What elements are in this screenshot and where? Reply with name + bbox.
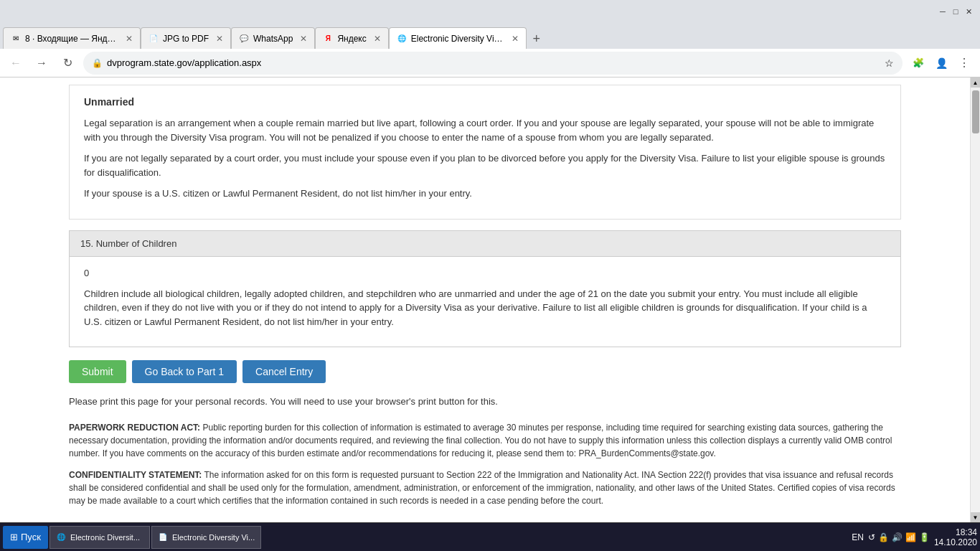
submit-button[interactable]: Submit [69, 360, 126, 383]
back-to-part1-button[interactable]: Go Back to Part 1 [132, 360, 237, 383]
scrollbar-thumb[interactable] [972, 90, 979, 133]
tab-whatsapp[interactable]: 💬 WhatsApp ✕ [231, 27, 315, 49]
tab-pdf-favicon: 📄 [149, 34, 159, 44]
taskbar-item-dv2-label: Electronic Diversity Vi... [172, 533, 255, 542]
new-tab-button[interactable]: + [527, 29, 547, 49]
tab-email[interactable]: ✉ 8 · Входящие — Яндекс.Почта ✕ [3, 27, 141, 49]
tab-dv-label: Electronic Diversity Visa Program [411, 34, 504, 44]
tab-yandex[interactable]: Я Яндекс ✕ [315, 27, 388, 49]
tab-email-favicon: ✉ [11, 34, 21, 44]
marital-title: Unmarried [84, 96, 886, 108]
forward-button[interactable]: → [32, 53, 52, 73]
children-header-text: 15. Number of Children [80, 238, 176, 249]
start-label: Пуск [21, 532, 41, 542]
windows-icon: ⊞ [10, 532, 18, 542]
close-button[interactable]: ✕ [963, 6, 974, 17]
tab-pdf-label: JPG to PDF [163, 34, 209, 44]
taskbar-item-dv2-icon: 📄 [158, 532, 168, 542]
children-section: 15. Number of Children 0 Children includ… [69, 230, 901, 348]
children-info-text: Children include all biological children… [84, 287, 886, 329]
tab-dv-program[interactable]: 🌐 Electronic Diversity Visa Program ✕ [389, 27, 527, 49]
profile-button[interactable]: 👤 [931, 53, 951, 73]
paperwork-reduction-text: PAPERWORK REDUCTION ACT: Public reportin… [69, 421, 901, 460]
confidentiality-label: CONFIDENTIALITY STATEMENT: [69, 470, 202, 480]
taskbar-item-dv1[interactable]: 🌐 Electronic Diversit... [50, 526, 150, 549]
scroll-up-button[interactable]: ▲ [971, 77, 981, 88]
taskbar-date-value: 14.10.2020 [934, 537, 977, 547]
taskbar-time: 18:34 14.10.2020 [934, 527, 977, 547]
taskbar-icon1: ↺ [868, 532, 875, 542]
extensions-button[interactable]: 🧩 [908, 53, 928, 73]
tab-yandex-favicon: Я [323, 34, 333, 44]
back-button[interactable]: ← [6, 53, 26, 73]
minimize-button[interactable]: ─ [937, 6, 948, 17]
confidentiality-text: CONFIDENTIALITY STATEMENT: The informati… [69, 468, 901, 507]
cancel-entry-button[interactable]: Cancel Entry [242, 360, 326, 383]
taskbar-icon3: 🔊 [892, 532, 903, 542]
taskbar-icon2: 🔒 [878, 532, 889, 542]
tab-yandex-close[interactable]: ✕ [374, 34, 381, 44]
taskbar-icon4: 📶 [905, 532, 916, 542]
taskbar-right: EN ↺ 🔒 🔊 📶 🔋 18:34 14.10.2020 [852, 527, 977, 547]
page-content: Unmarried Legal separation is an arrange… [0, 77, 970, 522]
scroll-down-button[interactable]: ▼ [971, 512, 981, 522]
legal-sep-text-3: If your spouse is a U.S. citizen or Lawf… [84, 187, 886, 201]
nav-bar: ← → ↻ 🔒 ☆ 🧩 👤 ⋮ [0, 49, 980, 77]
taskbar-system-icons: ↺ 🔒 🔊 📶 🔋 [868, 532, 930, 542]
tab-whatsapp-close[interactable]: ✕ [300, 34, 307, 44]
tab-dv-favicon: 🌐 [397, 34, 407, 44]
start-button[interactable]: ⊞ Пуск [3, 526, 48, 549]
taskbar-lang: EN [852, 532, 864, 542]
tab-whatsapp-label: WhatsApp [253, 34, 293, 44]
tab-email-label: 8 · Входящие — Яндекс.Почта [25, 34, 118, 44]
taskbar-icon5: 🔋 [919, 532, 930, 542]
address-input[interactable] [107, 57, 880, 68]
print-note: Please print this page for your personal… [69, 396, 901, 407]
scrollbar[interactable]: ▲ ▼ [970, 77, 980, 522]
address-bar-icons: ☆ [885, 57, 894, 69]
marital-status-section: Unmarried Legal separation is an arrange… [69, 85, 901, 220]
taskbar-time-value: 18:34 [934, 527, 977, 537]
browser-actions: 🧩 👤 ⋮ [908, 53, 974, 73]
taskbar-item-dv2[interactable]: 📄 Electronic Diversity Vi... [151, 526, 261, 549]
tab-yandex-label: Яндекс [337, 34, 366, 44]
taskbar-item-dv1-icon: 🌐 [56, 532, 66, 542]
lock-icon: 🔒 [92, 58, 103, 68]
taskbar-item-dv1-label: Electronic Diversit... [70, 533, 140, 542]
tab-dv-close[interactable]: ✕ [512, 34, 519, 44]
taskbar: ⊞ Пуск 🌐 Electronic Diversit... 📄 Electr… [0, 522, 980, 551]
star-icon[interactable]: ☆ [885, 57, 894, 69]
paperwork-label: PAPERWORK REDUCTION ACT: [69, 423, 200, 433]
children-count-value: 0 [84, 268, 886, 278]
tab-pdf[interactable]: 📄 JPG to PDF ✕ [141, 27, 231, 49]
tab-pdf-close[interactable]: ✕ [216, 34, 223, 44]
tab-whatsapp-favicon: 💬 [239, 34, 249, 44]
menu-button[interactable]: ⋮ [954, 53, 974, 73]
refresh-button[interactable]: ↻ [57, 53, 77, 73]
tab-email-close[interactable]: ✕ [126, 34, 133, 44]
legal-sep-text-2: If you are not legally separated by a co… [84, 151, 886, 179]
maximize-button[interactable]: □ [950, 6, 961, 17]
children-section-body: 0 Children include all biological childr… [70, 257, 900, 347]
legal-sep-text-1: Legal separation is an arrangement when … [84, 116, 886, 144]
children-section-header: 15. Number of Children [70, 231, 900, 257]
address-bar: 🔒 ☆ [83, 52, 903, 75]
form-buttons: Submit Go Back to Part 1 Cancel Entry [69, 360, 901, 383]
tabs-bar: ✉ 8 · Входящие — Яндекс.Почта ✕ 📄 JPG to… [0, 23, 980, 49]
